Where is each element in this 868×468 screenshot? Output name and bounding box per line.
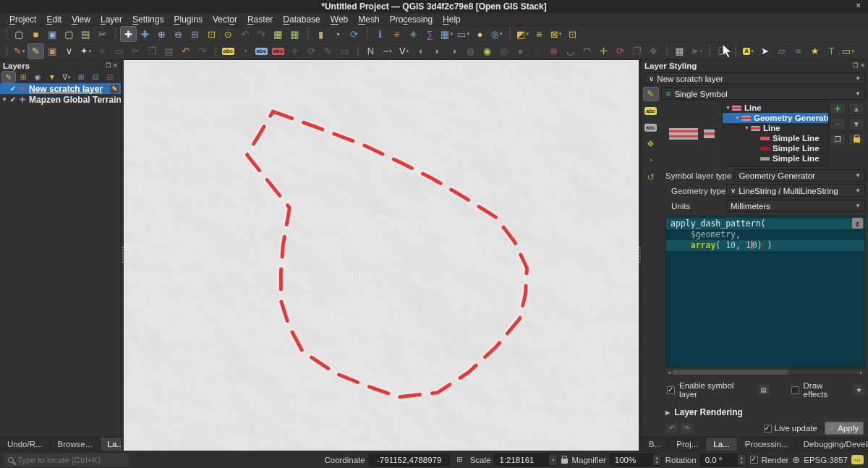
menu-layer[interactable]: Layer [95,14,127,25]
filter-by-expression-button[interactable]: ∇▾ [60,72,73,82]
redo-style-button[interactable]: ↷ [681,423,693,433]
toolbar-grip[interactable] [707,46,712,57]
manage-map-themes-button[interactable]: ◉ [31,72,44,82]
statistical-summary-button[interactable]: ∑ [422,27,438,41]
search-features-button[interactable]: ◎▾ [489,27,504,41]
delete-ring-button[interactable]: ◌ [529,44,545,59]
save-layer-edits-button[interactable]: ▣ [45,44,60,59]
processing-toolbox-button[interactable]: ▦ [672,44,687,59]
layer-labeling-button[interactable]: abc [221,44,236,59]
dropdown-arrow-icon[interactable]: ▾ [526,31,529,37]
styling-panel-dock-icon[interactable]: ❐ [853,62,858,69]
menu-web[interactable]: Web [326,14,353,25]
open-attribute-table-button[interactable]: ▦▾ [439,27,454,41]
enable-tracing-button[interactable]: ~▾ [380,44,395,59]
spinner-arrows[interactable]: ▲▼ [653,454,661,465]
style-manager-button[interactable]: ✂ [95,27,110,41]
fill-ring-button[interactable]: ◎ [496,44,511,59]
rotation-spinner[interactable]: 0.0 ° ▲▼ [700,454,746,466]
remove-layer-button[interactable]: ⊟ [103,72,116,82]
pointer-tool-button[interactable]: ➤▾ [689,44,704,59]
vertex-tool-button[interactable]: V▾ [396,44,412,59]
symbol-layer-simple-line[interactable]: Simple Line [723,143,828,153]
live-update-checkbox[interactable] [764,425,772,433]
locate-input[interactable] [17,456,119,464]
split-parts-button[interactable]: ◑ [446,44,461,59]
menu-processing[interactable]: Processing [385,14,438,25]
diagrams-tab[interactable]: ◔ [644,154,658,167]
open-project-button[interactable]: ■ [28,27,43,41]
current-edits-button[interactable]: ✎▾ [12,44,27,59]
crs-value[interactable]: EPSG:3857 [804,456,848,464]
symbol-layer-line[interactable]: ▾Line [723,103,828,113]
copy-features-button[interactable]: ❐ [145,44,160,59]
trim-extend-button[interactable]: ◠ [579,44,595,59]
new-3d-map-view-button[interactable]: ▦ [287,27,302,41]
draw-effects-checkbox[interactable] [791,386,799,394]
editor-horizontal-scrollbar[interactable]: ◂ ▸ [665,369,865,375]
styling-panel-close-icon[interactable]: ✕ [860,62,865,69]
crs-globe-icon[interactable]: ⊕ [792,454,800,465]
dropdown-arrow-icon[interactable]: ▾ [851,48,854,54]
toolbar-grip[interactable] [213,46,218,57]
lock-scale-icon[interactable] [561,459,568,464]
invert-selection-button[interactable]: ⊡ [565,27,580,41]
run-feature-action-button[interactable]: ≡ [389,27,404,41]
zoom-last-button[interactable]: ↶ [237,27,252,41]
menu-view[interactable]: View [67,14,95,25]
labels-tab[interactable]: abc [644,104,658,117]
add-symbol-layer-button[interactable]: ✚ [830,103,846,115]
add-part-button[interactable]: ● [513,44,528,59]
expression-editor[interactable]: apply_dash_pattern( $geometry, array( 10… [665,216,865,367]
multi-edit-attributes-button[interactable]: ≈ [95,44,110,59]
rotate-label-button[interactable]: ⟳ [304,44,319,59]
menu-project[interactable]: Project [4,14,41,25]
delete-selected-button[interactable]: ▭ [111,44,127,59]
identify-features-button[interactable]: ℹ [373,27,388,41]
move-feature-button[interactable]: ✥ [646,44,661,59]
pin-labels-button[interactable]: abc [254,44,269,59]
zoom-in-button[interactable]: ⊕ [154,27,169,41]
dock-tab-4[interactable]: Debugging/Develop... [796,438,868,451]
measure-line-button[interactable]: ▭▾ [456,27,471,41]
styled-layer-selector[interactable]: ∨ New scratch layer ▼ [644,72,865,85]
close-window-button[interactable]: × [856,1,861,9]
zoom-out-button[interactable]: ⊖ [171,27,186,41]
render-checkbox[interactable] [750,456,758,464]
layer-expander-icon[interactable]: ▾ [0,96,9,103]
open-layer-styling-button[interactable]: ✎ [2,72,15,82]
highlight-pinned-labels-button[interactable]: abc [271,44,286,59]
undo-style-button[interactable]: ↶ [665,423,678,433]
layer-visibility-checkbox[interactable]: ✓ [9,85,17,93]
undo-button[interactable]: ↶ [178,44,193,59]
tree-expander-icon[interactable]: ▾ [743,125,751,131]
select-features-button[interactable]: ◩▾ [515,27,530,41]
duplicate-symbol-layer-button[interactable]: ❐ [830,133,846,145]
map-tips-button[interactable]: ● [472,27,488,41]
toolbar-grip[interactable] [355,46,360,57]
move-down-button[interactable]: ▼ [848,118,864,130]
dock-tab-0[interactable]: Undo/R... [0,438,51,451]
dock-tab-3[interactable]: Processin... [738,438,796,451]
dropdown-arrow-icon[interactable]: ▾ [407,48,409,54]
vertex-editor-button[interactable]: ✛ [596,44,611,59]
symbol-layer-line[interactable]: ▾Line [723,123,828,133]
point-text-annotation-button[interactable]: T [824,44,839,59]
dropdown-arrow-icon[interactable]: ▾ [89,48,92,54]
zoom-next-button[interactable]: ↷ [254,27,269,41]
polygon-annotation-button[interactable]: ▱ [774,44,789,59]
menu-vector[interactable]: Vector [208,14,242,25]
reshape-features-button[interactable]: ◖ [413,44,428,59]
enable-symbol-layer-checkbox[interactable] [667,386,675,394]
rotate-feature-button[interactable]: ⟳ [613,44,628,59]
tree-expander-icon[interactable]: ▾ [724,105,732,111]
toolbar-grip[interactable] [507,28,512,40]
dropdown-arrow-icon[interactable]: ▾ [22,48,25,54]
dropdown-arrow-icon[interactable]: ▾ [389,48,392,54]
layer-diagram-button[interactable]: ◔ [237,44,252,59]
tree-expander-icon[interactable]: ▾ [733,115,741,121]
history-tab[interactable]: ↺ [644,171,658,184]
deselect-all-button[interactable]: ⊠▾ [548,27,563,41]
pan-map-button[interactable]: ✚ [121,27,136,41]
menu-settings[interactable]: Settings [127,14,169,25]
